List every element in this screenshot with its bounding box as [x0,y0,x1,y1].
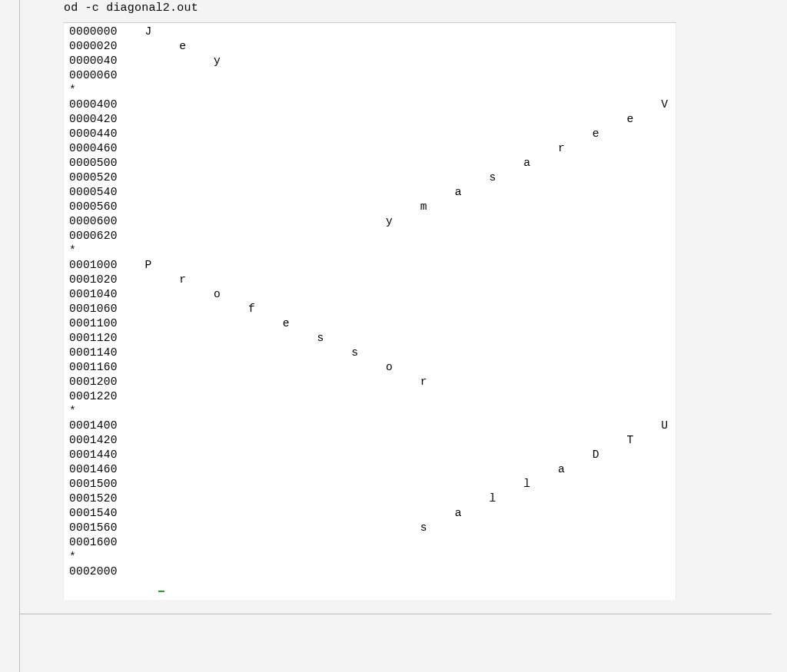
command-box: od -c diagonal2.out [20,0,772,22]
command-line: od -c diagonal2.out [64,0,772,22]
od-output: 0000000 J 0000020 e 0000040 y 0000060 * … [64,25,676,594]
cursor-caret [158,591,164,592]
od-output-box: 0000000 J 0000020 e 0000040 y 0000060 * … [63,22,676,600]
left-vertical-rule [19,0,20,672]
horizontal-rule [20,614,772,614]
